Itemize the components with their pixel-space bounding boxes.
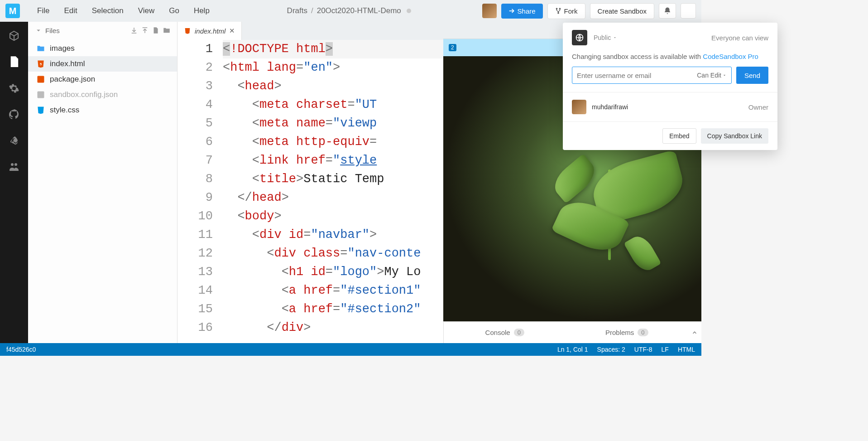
html-file-icon: [184, 27, 191, 34]
panel-toggle-button[interactable]: [688, 330, 701, 336]
folder-icon: [36, 44, 45, 53]
console-tab[interactable]: Console 0: [444, 329, 566, 336]
share-button[interactable]: Share: [501, 4, 543, 19]
svg-point-4: [14, 163, 17, 166]
activity-file-icon[interactable]: [8, 56, 20, 68]
embed-button[interactable]: Embed: [662, 128, 696, 144]
svg-point-3: [11, 163, 14, 166]
svg-point-0: [556, 8, 557, 9]
file-name: package.json: [50, 75, 95, 84]
preview-bottom-tabs: Console 0 Problems 0: [443, 321, 701, 343]
json-file-icon: [36, 75, 45, 84]
svg-text:5: 5: [40, 62, 42, 66]
activity-github-icon[interactable]: [8, 109, 20, 121]
activity-cube-icon[interactable]: [8, 30, 20, 42]
file-row-json[interactable]: package.json: [28, 72, 177, 87]
codesandbox-pro-link[interactable]: CodeSandbox Pro: [703, 53, 758, 60]
app-logo[interactable]: M: [5, 4, 20, 18]
console-count-badge: 0: [514, 329, 524, 336]
chevron-down-icon: [722, 73, 727, 78]
editor: index.html ✕ 12345678910111213141516 <!D…: [177, 22, 443, 343]
line-gutter: 12345678910111213141516: [177, 40, 223, 343]
status-encoding[interactable]: UTF-8: [634, 346, 652, 353]
visibility-dropdown[interactable]: Public: [594, 34, 617, 41]
member-avatar: [572, 100, 586, 114]
visibility-description: Everyone can view: [711, 34, 768, 42]
status-eol[interactable]: LF: [662, 346, 669, 353]
download-icon[interactable]: [130, 26, 138, 34]
breadcrumb-root[interactable]: Drafts: [287, 6, 307, 15]
copy-link-button[interactable]: Copy Sandbox Link: [701, 128, 768, 144]
new-file-icon[interactable]: [152, 26, 160, 34]
breadcrumb-sep: /: [311, 6, 313, 15]
menu-edit[interactable]: Edit: [58, 4, 83, 18]
menu-view[interactable]: View: [132, 4, 161, 18]
menu-go[interactable]: Go: [163, 4, 186, 18]
activity-bar: [0, 22, 28, 343]
member-role: Owner: [748, 103, 768, 111]
status-language[interactable]: HTML: [678, 346, 695, 353]
html-file-icon: 5: [36, 59, 45, 68]
file-explorer-title: Files: [45, 27, 60, 34]
bell-icon: [663, 7, 671, 15]
svg-point-1: [559, 8, 560, 9]
upload-icon[interactable]: [141, 26, 149, 34]
preview-image: [516, 138, 688, 274]
fork-button[interactable]: Fork: [547, 3, 585, 19]
config-file-icon: [36, 90, 45, 99]
globe-icon: [572, 30, 587, 45]
send-invite-button[interactable]: Send: [736, 67, 768, 84]
activity-live-icon[interactable]: [8, 161, 20, 173]
status-commit[interactable]: f45d526c0: [6, 346, 36, 353]
css-file-icon: [36, 106, 45, 115]
file-row-html[interactable]: 5 index.html: [28, 56, 177, 72]
problems-tab[interactable]: Problems 0: [566, 329, 688, 336]
share-note: Changing sandbox access is available wit…: [563, 53, 777, 67]
permission-dropdown[interactable]: Can Edit: [697, 72, 727, 79]
problems-count-badge: 0: [638, 329, 648, 336]
new-folder-icon[interactable]: [163, 26, 171, 34]
code-editor[interactable]: 12345678910111213141516 <!DOCTYPE html> …: [177, 40, 443, 343]
preview-badge: 2: [449, 44, 456, 51]
fork-icon: [555, 8, 561, 14]
breadcrumb-name[interactable]: 20Oct2020-HTML-Demo: [317, 6, 401, 15]
file-name: images: [50, 44, 75, 53]
activity-settings-icon[interactable]: [8, 82, 20, 94]
code-content[interactable]: <!DOCTYPE html> <html lang="en"> <head> …: [223, 40, 443, 343]
file-explorer: Files images 5 index.html package.: [28, 22, 177, 343]
menubar: M File Edit Selection View Go Help Draft…: [0, 0, 701, 22]
breadcrumb[interactable]: Drafts / 20Oct2020-HTML-Demo: [287, 6, 411, 15]
file-row-folder[interactable]: images: [28, 41, 177, 56]
file-name: style.css: [50, 106, 79, 115]
share-arrow-icon: [508, 8, 515, 14]
invite-input-wrap[interactable]: Can Edit: [572, 67, 732, 84]
tab-index-html[interactable]: index.html ✕: [177, 22, 242, 40]
chevron-down-icon[interactable]: [34, 26, 43, 34]
activity-rocket-icon[interactable]: [8, 135, 20, 147]
notifications-button[interactable]: [659, 3, 676, 19]
file-name: sandbox.config.json: [50, 90, 118, 99]
chevron-down-icon: [613, 35, 617, 40]
invite-input[interactable]: [577, 72, 697, 79]
svg-rect-7: [38, 92, 44, 98]
user-avatar[interactable]: [482, 4, 497, 18]
status-spaces[interactable]: Spaces: 2: [597, 346, 625, 353]
file-name: index.html: [50, 59, 85, 68]
share-popover: Public Everyone can view Changing sandbo…: [563, 23, 777, 150]
file-row-config[interactable]: sandbox.config.json: [28, 87, 177, 102]
create-sandbox-button[interactable]: Create Sandbox: [590, 3, 654, 19]
tab-close-icon[interactable]: ✕: [229, 27, 235, 35]
status-bar: f45d526c0 Ln 1, Col 1 Spaces: 2 UTF-8 LF…: [0, 343, 701, 356]
svg-rect-6: [38, 76, 44, 83]
svg-point-2: [557, 13, 558, 14]
status-cursor-pos[interactable]: Ln 1, Col 1: [557, 346, 588, 353]
tab-bar: index.html ✕: [177, 22, 443, 40]
member-name: muhdarifrawi: [592, 103, 628, 111]
menu-file[interactable]: File: [31, 4, 56, 18]
file-row-css[interactable]: style.css: [28, 102, 177, 118]
chevron-up-icon: [691, 330, 698, 336]
menu-selection[interactable]: Selection: [86, 4, 130, 18]
header-extra-button[interactable]: [681, 3, 696, 19]
tab-label: index.html: [195, 27, 225, 35]
menu-help[interactable]: Help: [187, 4, 216, 18]
